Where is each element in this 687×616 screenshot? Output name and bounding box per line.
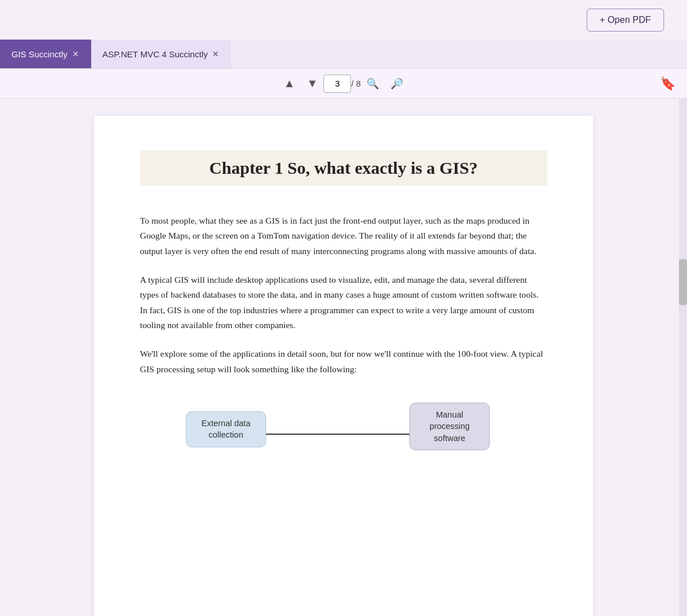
open-pdf-button[interactable]: + Open PDF [587,9,664,32]
tab-gis-label: GIS Succinctly [11,49,68,59]
zoom-out-button[interactable]: 🔍 [361,74,385,93]
prev-page-button[interactable]: ▲ [278,73,301,93]
tab-bar: GIS Succinctly ✕ ASP.NET MVC 4 Succinctl… [0,40,687,69]
next-page-button[interactable]: ▼ [301,73,324,93]
zoom-in-button[interactable]: 🔎 [385,74,409,93]
page-total: / 8 [351,79,361,88]
tab-asp-close[interactable]: ✕ [212,49,219,59]
toolbar: ▲ ▼ / 8 🔍 🔎 🔖 [0,69,687,99]
paragraph-2: A typical GIS will include desktop appli… [140,272,547,333]
pdf-page: Chapter 1 So, what exactly is a GIS? To … [94,116,593,616]
pdf-area: Chapter 1 So, what exactly is a GIS? To … [0,99,687,616]
chapter-title: Chapter 1 So, what exactly is a GIS? [140,150,547,186]
diagram-box-external: External data collection [186,411,266,447]
tab-asp-label: ASP.NET MVC 4 Succinctly [103,49,208,59]
diagram-box-manual: Manual processing software [409,403,490,450]
scrollbar[interactable] [679,99,687,616]
tab-asp[interactable]: ASP.NET MVC 4 Succinctly ✕ [91,40,232,68]
paragraph-1: To most people, what they see as a GIS i… [140,213,547,259]
paragraph-3: We'll explore some of the applications i… [140,346,547,377]
page-input[interactable] [323,75,351,93]
bookmark-button[interactable]: 🔖 [660,76,676,91]
scrollbar-thumb[interactable] [679,259,687,305]
top-bar: + Open PDF [0,0,687,40]
tab-gis-close[interactable]: ✕ [72,49,79,59]
diagram-area: External data collection Manual processi… [140,400,547,474]
tab-gis[interactable]: GIS Succinctly ✕ [0,40,91,68]
